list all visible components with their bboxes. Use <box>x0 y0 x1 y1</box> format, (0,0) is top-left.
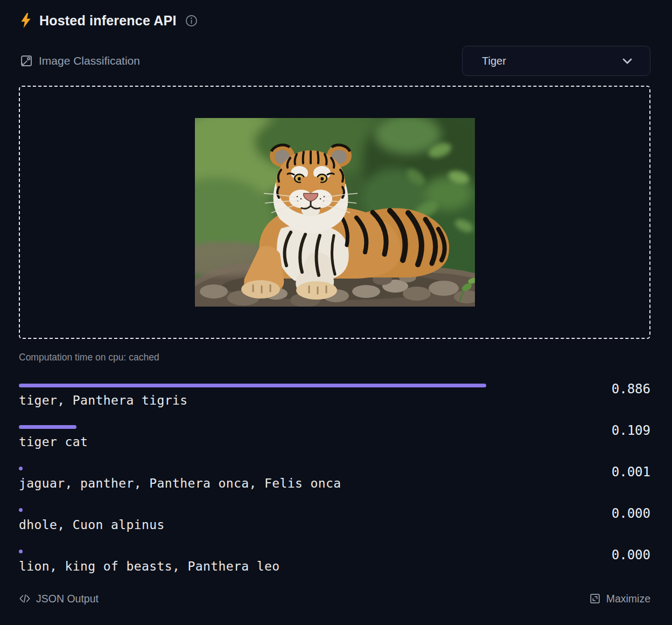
example-selector-value: Tiger <box>482 55 506 67</box>
task-row: Image Classification Tiger <box>19 46 650 76</box>
class-label: jaguar, panther, Panthera onca, Felis on… <box>19 476 580 491</box>
class-label: tiger, Panthera tigris <box>19 393 580 408</box>
class-label: tiger cat <box>19 435 580 449</box>
json-output-button[interactable]: JSON Output <box>19 593 99 605</box>
score-bar <box>19 425 76 429</box>
hosted-inference-widget: Hosted inference API Image Classificatio… <box>0 0 672 625</box>
widget-title: Hosted inference API <box>39 13 177 29</box>
class-label: dhole, Cuon alpinus <box>19 518 580 532</box>
classification-result-row: tiger, Panthera tigris 0.886 <box>19 384 650 408</box>
score-bar <box>19 550 23 553</box>
task-label: Image Classification <box>39 54 140 67</box>
maximize-icon <box>589 593 601 605</box>
score-value: 0.000 <box>580 548 650 562</box>
score-bar <box>19 508 23 512</box>
score-value: 0.886 <box>580 382 650 397</box>
tiger-image <box>195 118 475 307</box>
classification-results: tiger, Panthera tigris 0.886 tiger cat 0… <box>19 384 650 574</box>
lightning-bolt-icon <box>19 12 33 29</box>
image-dropzone[interactable] <box>19 86 650 339</box>
classification-result-row: lion, king of beasts, Panthera leo 0.000 <box>19 550 650 574</box>
maximize-button[interactable]: Maximize <box>589 593 650 605</box>
example-selector[interactable]: Tiger <box>462 46 650 76</box>
score-value: 0.109 <box>580 423 650 438</box>
code-icon <box>19 593 31 605</box>
classification-result-row: tiger cat 0.109 <box>19 425 650 449</box>
classification-result-row: jaguar, panther, Panthera onca, Felis on… <box>19 467 650 491</box>
computation-time: Computation time on cpu: cached <box>19 352 650 364</box>
classification-result-row: dhole, Cuon alpinus 0.000 <box>19 508 650 532</box>
widget-header: Hosted inference API <box>19 11 650 30</box>
task-type: Image Classification <box>19 54 140 68</box>
chevron-down-icon <box>621 54 634 67</box>
score-bar <box>19 467 23 470</box>
score-value: 0.001 <box>580 465 650 480</box>
widget-footer: JSON Output Maximize <box>19 591 650 606</box>
score-bar <box>19 384 486 387</box>
class-label: lion, king of beasts, Panthera leo <box>19 559 580 574</box>
info-circle-icon[interactable] <box>185 15 198 27</box>
image-classification-icon <box>19 54 33 68</box>
score-value: 0.000 <box>580 506 650 521</box>
